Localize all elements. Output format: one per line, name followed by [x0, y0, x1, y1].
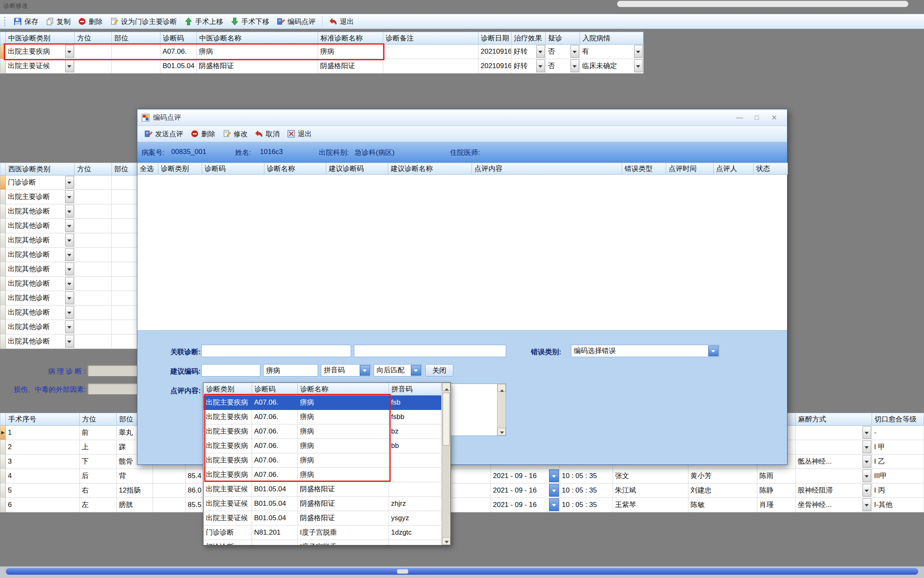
surgeon-cell[interactable]: 张文 [613, 469, 688, 483]
suggest-code-input[interactable] [201, 364, 260, 377]
diagnosis-category-cell[interactable]: 出院其他诊断 [6, 291, 75, 306]
popup-category-cell[interactable]: 门诊诊断 [203, 540, 252, 545]
dropdown-button[interactable] [65, 263, 74, 275]
diagnosis-category-cell[interactable]: 出院主要诊断 [6, 190, 75, 204]
body-part-cell[interactable] [112, 262, 137, 277]
dropdown-button[interactable] [863, 455, 871, 468]
healing-grade-cell[interactable]: I-其他 [872, 498, 924, 512]
direction-cell[interactable] [75, 45, 112, 59]
dropdown-button[interactable] [536, 59, 545, 72]
popup-row-2[interactable]: 出院主要疾病A07.06.痹病fsbb [203, 410, 450, 424]
row-selector[interactable] [0, 334, 6, 349]
assistant2-cell[interactable]: 陈雨 [757, 469, 796, 483]
diagnosis-category-cell[interactable]: 出院主要疾病 [6, 45, 75, 59]
popup-pinyin-cell[interactable] [389, 453, 441, 468]
healing-grade-cell[interactable]: I 甲 [872, 440, 924, 455]
diagnosis-code-cell[interactable]: A07.06. [160, 45, 197, 59]
direction-cell[interactable] [75, 306, 112, 320]
review-grid-body[interactable] [137, 175, 787, 331]
direction-cell[interactable] [75, 204, 112, 219]
popup-category-cell[interactable]: 出院主要疾病 [203, 396, 252, 410]
popup-pinyin-cell[interactable]: 1dzgtc [389, 526, 441, 540]
scroll-up-icon[interactable] [442, 383, 450, 391]
dropdown-button[interactable] [65, 205, 74, 218]
date-dropdown-button[interactable] [549, 498, 559, 511]
send-review-button[interactable]: 发送点评 [141, 128, 187, 140]
popup-category-cell[interactable]: 出院主要疾病 [203, 424, 252, 439]
surgery-no-cell[interactable]: 6 [6, 498, 80, 512]
diagnosis-date-cell[interactable]: 20210916 [478, 45, 512, 59]
western-row-8[interactable]: 出院其他诊断 [0, 277, 137, 291]
dropdown-button[interactable] [65, 248, 74, 261]
surgery-row-6[interactable]: 6左膀胱85.52021 - 09 - 1610 : 05 : 35王紫琴陈敏肖… [0, 498, 924, 512]
diagnosis-category-cell[interactable]: 出院其他诊断 [6, 204, 75, 219]
popup-row-3[interactable]: 出院主要疾病A07.06.痹病bz [203, 424, 450, 439]
popup-name-cell[interactable]: 痹病 [298, 439, 389, 453]
direction-cell[interactable] [75, 175, 112, 190]
popup-pinyin-cell[interactable] [389, 482, 441, 497]
surgery-no-cell[interactable]: 4 [6, 469, 80, 483]
date-dropdown-button[interactable] [549, 484, 559, 497]
body-part-cell[interactable] [112, 334, 137, 349]
dropdown-button[interactable] [65, 320, 74, 333]
western-row-4[interactable]: 出院其他诊断 [0, 219, 137, 233]
direction-cell[interactable] [75, 233, 112, 248]
related-diagnosis-input-1[interactable] [201, 345, 351, 357]
surgeon-cell[interactable]: 朱江斌 [613, 483, 688, 498]
healing-grade-cell[interactable]: III甲 [872, 469, 924, 483]
body-part-cell[interactable] [112, 175, 137, 190]
body-part-cell[interactable] [112, 248, 137, 262]
body-part-cell[interactable] [112, 45, 160, 59]
popup-pinyin-cell[interactable]: fsb [389, 396, 441, 410]
body-part-cell[interactable] [112, 277, 137, 291]
dropdown-button[interactable] [65, 219, 74, 232]
popup-name-cell[interactable]: 痹病 [298, 453, 389, 468]
popup-scrollbar[interactable] [442, 383, 450, 545]
tcm-row-1[interactable]: 出院主要疾病A07.06.痹病痹病20210916好转否有 [0, 45, 644, 59]
healing-grade-cell[interactable]: I 乙 [872, 455, 924, 469]
popup-name-cell[interactable]: 阴盛格阳证 [298, 482, 389, 497]
popup-name-cell[interactable]: 痹病 [298, 410, 389, 424]
surgery-no-cell[interactable]: 2 [6, 440, 80, 455]
dropdown-button[interactable] [570, 45, 579, 58]
surgery-no-cell[interactable]: 3 [6, 455, 80, 469]
dropdown-button[interactable] [65, 335, 74, 348]
admission-condition-cell[interactable]: 临床未确定 [580, 59, 644, 73]
popup-category-cell[interactable]: 出院主要证候 [203, 482, 252, 497]
cell[interactable] [153, 469, 186, 483]
popup-code-cell[interactable] [252, 540, 298, 545]
popup-code-cell[interactable]: A07.06. [252, 453, 298, 468]
dropdown-button[interactable] [863, 426, 871, 439]
popup-code-cell[interactable]: B01.05.04 [252, 511, 298, 526]
direction-cell[interactable] [75, 291, 112, 306]
direction-cell[interactable] [75, 334, 112, 349]
healing-grade-cell[interactable]: I 丙 [872, 483, 924, 498]
popup-name-cell[interactable]: I度子宫脱垂 [298, 526, 389, 540]
dropdown-button[interactable] [65, 190, 74, 203]
search-mode-combobox[interactable]: 拼音码 [321, 364, 371, 377]
cell[interactable] [153, 483, 186, 498]
body-part-cell[interactable]: 膀胱 [117, 498, 153, 512]
row-selector[interactable] [0, 248, 6, 262]
dropdown-button[interactable] [863, 484, 871, 497]
scroll-down-icon[interactable] [497, 428, 506, 436]
row-selector[interactable] [0, 498, 6, 512]
diagnosis-name-cell[interactable]: 痹病 [197, 45, 318, 59]
date-dropdown-button[interactable] [549, 469, 559, 482]
anesthesia-cell[interactable]: 股神经阻滞 [796, 483, 872, 498]
popup-code-cell[interactable]: A07.06. [252, 424, 298, 439]
body-part-cell[interactable] [112, 233, 137, 248]
western-row-5[interactable]: 出院其他诊断 [0, 233, 137, 248]
body-part-cell[interactable] [112, 190, 137, 204]
exit-button[interactable]: 退出 [325, 15, 358, 28]
western-row-3[interactable]: 出院其他诊断 [0, 204, 137, 219]
row-selector[interactable] [0, 277, 6, 291]
popup-category-cell[interactable]: 出院主要证候 [203, 497, 252, 511]
direction-cell[interactable]: 下 [80, 455, 117, 469]
dropdown-button[interactable] [863, 441, 871, 453]
western-row-10[interactable]: 出院其他诊断 [0, 306, 137, 320]
popup-code-cell[interactable]: A07.06. [252, 410, 298, 424]
direction-cell[interactable] [75, 248, 112, 262]
diagnosis-category-cell[interactable]: 出院主要证候 [6, 59, 75, 73]
diagnosis-category-cell[interactable]: 出院其他诊断 [6, 248, 75, 262]
